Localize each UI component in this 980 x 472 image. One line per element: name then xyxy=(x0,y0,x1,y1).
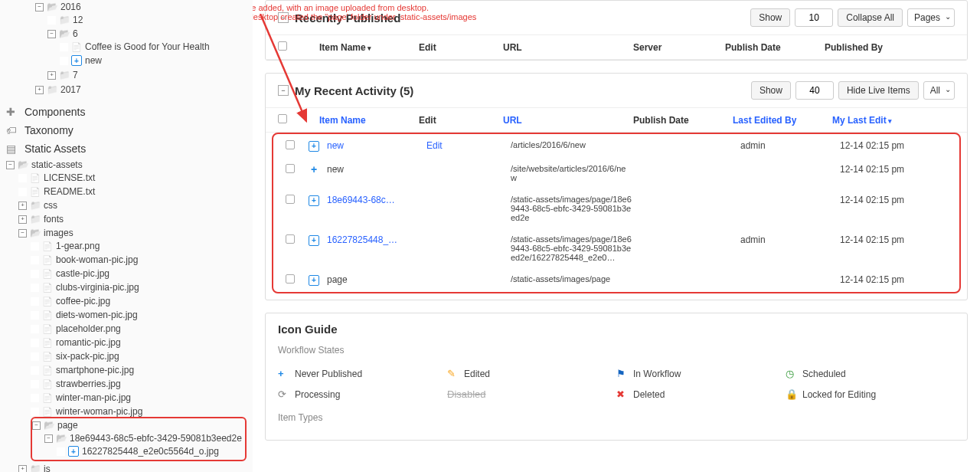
expand-icon[interactable]: + xyxy=(35,86,44,94)
tree-7[interactable]: 7 xyxy=(73,70,78,80)
collapse-icon[interactable]: − xyxy=(18,229,27,238)
tree-page-sub[interactable]: 18e69443-68c5-ebfc-3429-59081b3eed2e xyxy=(70,433,242,444)
section-static-assets[interactable]: ▤ Static Assets xyxy=(6,139,247,158)
tree-file[interactable]: winter-man-pic.jpg xyxy=(56,392,131,403)
row-checkbox[interactable] xyxy=(286,234,295,244)
tree-file[interactable]: coffee-pic.jpg xyxy=(56,296,110,306)
tree-file[interactable]: castle-pic.jpg xyxy=(56,268,109,279)
table-row: 16227825448_…/static-assets/images/page/… xyxy=(273,228,959,268)
tree-file[interactable]: six-pack-pic.jpg xyxy=(56,351,119,362)
count-input[interactable] xyxy=(795,8,833,27)
tree-file[interactable]: placeholder.png xyxy=(56,323,121,334)
tree-file[interactable]: clubs-virginia-pic.jpg xyxy=(56,282,139,293)
tree-css[interactable]: css xyxy=(44,200,57,211)
tree-file[interactable]: strawberries.jpg xyxy=(56,379,121,389)
folder-icon xyxy=(30,200,41,211)
tree-file[interactable]: book-woman-pic.jpg xyxy=(56,254,138,265)
col-server[interactable]: Server xyxy=(633,42,725,53)
annotation-arrow-icon xyxy=(253,14,314,136)
item-name[interactable]: new xyxy=(327,164,426,175)
tree-file[interactable]: 1-gear.png xyxy=(56,241,100,251)
main-content: New article added, with an image uploade… xyxy=(253,0,980,472)
tree-readme[interactable]: README.txt xyxy=(44,186,95,197)
show-button[interactable]: Show xyxy=(750,8,790,27)
col-my-last-edit[interactable]: My Last Edit xyxy=(832,115,955,126)
row-checkbox[interactable] xyxy=(286,195,295,204)
expand-icon[interactable]: + xyxy=(47,71,56,80)
tree-page[interactable]: page xyxy=(57,420,78,431)
legend-item: +Never Published xyxy=(278,363,447,384)
state-icon: ✖ xyxy=(616,388,627,400)
highlighted-rows: newEdit/articles/2016/6/newadmin12-14 02… xyxy=(272,133,961,293)
item-name[interactable]: new xyxy=(327,140,426,151)
tree-page-file[interactable]: 16227825448_e2e0c5564d_o.jpg xyxy=(82,446,219,457)
section-taxonomy[interactable]: 🏷 Taxonomy xyxy=(6,121,247,139)
file-icon xyxy=(42,392,53,403)
tree-license[interactable]: LICENSE.txt xyxy=(44,172,95,183)
collapse-all-button[interactable]: Collapse All xyxy=(838,8,903,27)
expand-icon[interactable]: + xyxy=(18,215,27,224)
edit-link[interactable]: Edit xyxy=(426,140,511,151)
tree-coffee[interactable]: Coffee is Good for Your Health xyxy=(85,41,210,52)
legend-item: 🔒Locked for Editing xyxy=(786,384,955,405)
item-url: /articles/2016/6/new xyxy=(511,140,641,149)
file-icon xyxy=(30,172,41,183)
pages-select[interactable]: Pages xyxy=(907,8,955,27)
col-item-name[interactable]: Item Name xyxy=(319,115,419,126)
tree-file[interactable]: romantic-pic.jpg xyxy=(56,337,121,348)
folder-icon xyxy=(18,159,28,170)
collapse-icon[interactable]: − xyxy=(47,30,56,38)
col-publish-date[interactable]: Publish Date xyxy=(633,115,733,126)
col-published-by[interactable]: Published By xyxy=(825,42,955,53)
expand-icon[interactable]: + xyxy=(18,465,27,473)
puzzle-icon: ✚ xyxy=(6,106,18,118)
state-label: Processing xyxy=(295,389,340,400)
tree-2016[interactable]: 2016 xyxy=(60,2,81,12)
expand-icon[interactable]: + xyxy=(18,202,27,210)
row-checkbox[interactable] xyxy=(286,164,295,173)
collapse-icon[interactable]: − xyxy=(6,161,15,169)
tree-2017[interactable]: 2017 xyxy=(60,84,81,95)
col-edit[interactable]: Edit xyxy=(419,42,503,53)
state-icon: ⟳ xyxy=(278,388,289,400)
assets-icon: ▤ xyxy=(6,143,18,155)
col-url[interactable]: URL xyxy=(503,115,633,126)
col-edit[interactable]: Edit xyxy=(419,115,503,126)
tree-images[interactable]: images xyxy=(44,228,74,238)
tree-new[interactable]: new xyxy=(85,55,102,66)
item-name[interactable]: 18e69443-68c… xyxy=(327,195,426,205)
sidebar: − 2016 12 − 6 xyxy=(0,0,253,472)
count-input[interactable] xyxy=(795,81,834,100)
new-item-icon xyxy=(309,235,319,246)
item-url: /static-assets/images/page/18e69443-68c5… xyxy=(511,195,641,222)
col-publish-date[interactable]: Publish Date xyxy=(725,42,825,53)
item-name[interactable]: 16227825448_… xyxy=(327,234,426,245)
tree-static-assets[interactable]: static-assets xyxy=(31,159,83,170)
show-button[interactable]: Show xyxy=(751,81,791,100)
collapse-icon[interactable]: − xyxy=(44,434,53,443)
row-checkbox[interactable] xyxy=(286,140,295,149)
tree-fonts[interactable]: fonts xyxy=(44,214,64,225)
file-icon xyxy=(42,351,53,362)
col-item-name[interactable]: Item Name xyxy=(319,42,419,53)
recent-activity-panel: − My Recent Activity (5) Show Hide Live … xyxy=(265,73,968,300)
folder-icon xyxy=(59,15,70,25)
filter-select[interactable]: All xyxy=(923,81,955,100)
section-components[interactable]: ✚ Components xyxy=(6,103,247,121)
tree-file[interactable]: winter-woman-pic.jpg xyxy=(56,406,142,417)
collapse-icon[interactable]: − xyxy=(35,3,44,11)
state-label: Scheduled xyxy=(802,369,846,379)
collapse-icon[interactable]: − xyxy=(32,421,41,430)
col-last-edited-by[interactable]: Last Edited By xyxy=(733,115,832,126)
tree-file[interactable]: diets-women-pic.jpg xyxy=(56,310,138,320)
legend-item: ⚑In Workflow xyxy=(616,363,786,384)
tree-js[interactable]: js xyxy=(44,464,51,472)
tree-file[interactable]: smartphone-pic.jpg xyxy=(56,365,134,375)
tree-6[interactable]: 6 xyxy=(73,28,78,39)
row-checkbox[interactable] xyxy=(286,274,295,284)
item-name[interactable]: page xyxy=(327,274,426,285)
hide-live-button[interactable]: Hide Live Items xyxy=(838,81,919,100)
item-url: /site/website/articles/2016/6/new xyxy=(511,164,641,182)
col-url[interactable]: URL xyxy=(503,42,633,53)
tree-12[interactable]: 12 xyxy=(73,15,83,25)
